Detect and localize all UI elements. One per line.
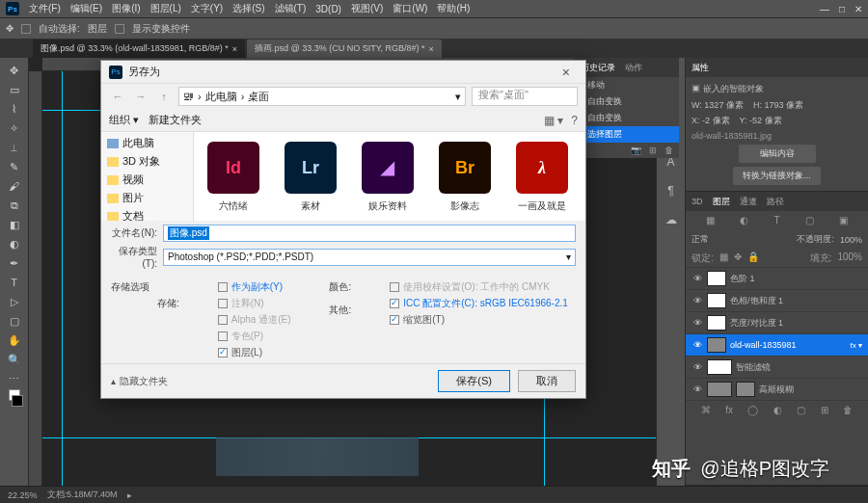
eyedropper-tool[interactable]: ✎ xyxy=(4,158,25,175)
file-item[interactable]: Id六情绪 xyxy=(203,142,263,213)
layer-row[interactable]: 👁高斯模糊 xyxy=(686,378,868,400)
menu-window[interactable]: 窗口(W) xyxy=(393,2,427,15)
file-item[interactable]: λ一画及就是 xyxy=(512,142,572,213)
opacity-value[interactable]: 100% xyxy=(840,235,862,245)
dialog-close-button[interactable]: × xyxy=(555,65,578,80)
document-tab-1[interactable]: 图像.psd @ 33.3% (old-wall-1835981, RGB/8#… xyxy=(33,40,245,58)
lasso-tool[interactable]: ⌇ xyxy=(4,100,25,118)
gradient-tool[interactable]: ◐ xyxy=(4,235,25,252)
delete-icon[interactable]: 🗑 xyxy=(665,146,673,155)
new-doc-icon[interactable]: ⊞ xyxy=(649,146,657,155)
layer-row[interactable]: 👁色相/饱和度 1 xyxy=(686,289,868,311)
edit-contents-button[interactable]: 编辑内容 xyxy=(739,145,816,163)
address-bar[interactable]: 🖳› 此电脑› 桌面 ▾ xyxy=(178,87,466,106)
file-item[interactable]: Br影像志 xyxy=(435,142,495,213)
lock-position-icon[interactable]: ✥ xyxy=(734,252,742,265)
file-view[interactable]: Id六情绪Lr素材◢娱乐资料Br影像志λ一画及就是 xyxy=(194,132,585,221)
window-maximize[interactable]: □ xyxy=(839,4,845,14)
blend-mode[interactable]: 正常 xyxy=(692,233,709,246)
save-option[interactable]: 图层(L) xyxy=(218,346,291,359)
group-icon[interactable]: ▢ xyxy=(797,405,805,415)
search-input[interactable]: 搜索"桌面" xyxy=(472,87,578,106)
more-tool[interactable]: ⋯ xyxy=(4,370,25,387)
path-tool[interactable]: ▷ xyxy=(4,293,25,310)
delete-layer-icon[interactable]: 🗑 xyxy=(843,405,853,415)
menu-filter[interactable]: 滤镜(T) xyxy=(275,2,307,15)
layer-row[interactable]: 👁智能滤镜 xyxy=(686,356,868,378)
close-icon[interactable]: × xyxy=(232,44,237,54)
hide-folders-toggle[interactable]: ▴ 隐藏文件夹 xyxy=(111,375,168,388)
tree-node[interactable]: 此电脑 xyxy=(101,134,193,152)
save-option[interactable]: ICC 配置文件(C): sRGB IEC61966-2.1 xyxy=(390,297,568,310)
tab-properties[interactable]: 属性 xyxy=(692,62,709,74)
brush-tool[interactable]: 🖌 xyxy=(4,177,25,195)
link-layers-icon[interactable]: ⌘ xyxy=(701,405,711,415)
stamp-tool[interactable]: ⧉ xyxy=(4,197,25,214)
zoom-level[interactable]: 22.25% xyxy=(8,490,38,500)
cancel-button[interactable]: 取消 xyxy=(518,370,576,392)
history-item[interactable]: ▫移动 xyxy=(575,77,679,93)
menu-edit[interactable]: 编辑(E) xyxy=(70,2,102,15)
zoom-tool[interactable]: 🔍 xyxy=(4,351,25,368)
tree-node[interactable]: 文档 xyxy=(101,207,193,221)
marquee-tool[interactable]: ▭ xyxy=(4,81,25,98)
autoselect-target[interactable]: 图层 xyxy=(88,22,107,36)
tree-node[interactable]: 图片 xyxy=(101,189,193,207)
history-item[interactable]: ▫选择图层 xyxy=(575,126,679,143)
eraser-tool[interactable]: ◧ xyxy=(4,216,25,233)
tab-layers[interactable]: 图层 xyxy=(713,196,730,208)
menu-type[interactable]: 文字(Y) xyxy=(191,2,223,15)
snapshot-icon[interactable]: 📷 xyxy=(631,146,641,155)
layer-row[interactable]: 👁色阶 1 xyxy=(686,267,868,289)
help-button[interactable]: ? xyxy=(571,114,578,127)
tree-node[interactable]: 视频 xyxy=(101,171,193,189)
wand-tool[interactable]: ✧ xyxy=(4,119,25,137)
folder-tree[interactable]: 此电脑3D 对象视频图片文档下载音乐桌面Win 10 Pro x64软件 (E:… xyxy=(101,132,194,221)
color-swatches[interactable] xyxy=(4,389,25,407)
thumbnail-option[interactable]: 缩览图(T) xyxy=(390,313,568,327)
tab-channels[interactable]: 通道 xyxy=(740,196,757,208)
filter-pixel-icon[interactable]: ▦ xyxy=(706,215,715,225)
new-folder-button[interactable]: 新建文件夹 xyxy=(149,113,202,127)
file-item[interactable]: ◢娱乐资料 xyxy=(358,142,418,213)
mask-icon[interactable]: ◯ xyxy=(747,405,758,415)
save-option[interactable]: 作为副本(Y) xyxy=(218,280,291,294)
ruler-vertical[interactable] xyxy=(29,71,42,486)
filter-type-icon[interactable]: T xyxy=(773,215,779,225)
nav-forward-button[interactable]: → xyxy=(132,88,149,105)
menu-help[interactable]: 帮助(H) xyxy=(437,2,470,15)
layer-row[interactable]: 👁亮度/对比度 1 xyxy=(686,311,868,333)
nav-up-button[interactable]: ↑ xyxy=(155,88,173,105)
filter-adj-icon[interactable]: ◐ xyxy=(740,215,748,225)
menu-select[interactable]: 选择(S) xyxy=(232,2,264,15)
tab-paths[interactable]: 路径 xyxy=(767,196,784,208)
nav-back-button[interactable]: ← xyxy=(109,88,126,105)
para-panel-icon[interactable]: ¶ xyxy=(664,183,679,199)
pen-tool[interactable]: ✒ xyxy=(4,254,25,272)
convert-to-link-button[interactable]: 转换为链接对象... xyxy=(733,167,821,185)
visibility-icon[interactable]: 👁 xyxy=(692,384,703,394)
visibility-icon[interactable]: 👁 xyxy=(692,340,703,350)
move-tool[interactable]: ✥ xyxy=(4,62,25,79)
filetype-select[interactable]: Photoshop (*.PSD;*.PDD;*.PSDT)▾ xyxy=(163,249,576,266)
menu-3d[interactable]: 3D(D) xyxy=(315,4,341,14)
save-button[interactable]: 保存(S) xyxy=(438,370,510,392)
menu-layer[interactable]: 图层(L) xyxy=(150,2,181,15)
new-layer-icon[interactable]: ⊞ xyxy=(821,405,828,415)
autoselect-check[interactable] xyxy=(21,24,31,34)
menu-file[interactable]: 文件(F) xyxy=(29,2,61,15)
history-item[interactable]: ▫自由变换 xyxy=(575,93,679,110)
shape-tool[interactable]: ▢ xyxy=(4,312,25,330)
organize-button[interactable]: 组织 ▾ xyxy=(109,113,139,127)
fill-value[interactable]: 100% xyxy=(837,252,862,265)
libs-panel-icon[interactable]: ☁ xyxy=(664,212,679,227)
document-tab-2[interactable]: 插画.psd @ 33.3% (CU NO SITY, RGB/8#) *× xyxy=(247,40,442,58)
showtransform-check[interactable] xyxy=(115,24,124,34)
filter-smart-icon[interactable]: ▣ xyxy=(839,215,848,225)
type-tool[interactable]: T xyxy=(4,274,25,291)
tab-actions[interactable]: 动作 xyxy=(625,62,642,74)
layer-row[interactable]: 👁old-wall-1835981fx ▾ xyxy=(686,333,868,356)
visibility-icon[interactable]: 👁 xyxy=(692,274,703,283)
fx-icon[interactable]: fx xyxy=(725,405,733,415)
menu-image[interactable]: 图像(I) xyxy=(112,2,140,15)
